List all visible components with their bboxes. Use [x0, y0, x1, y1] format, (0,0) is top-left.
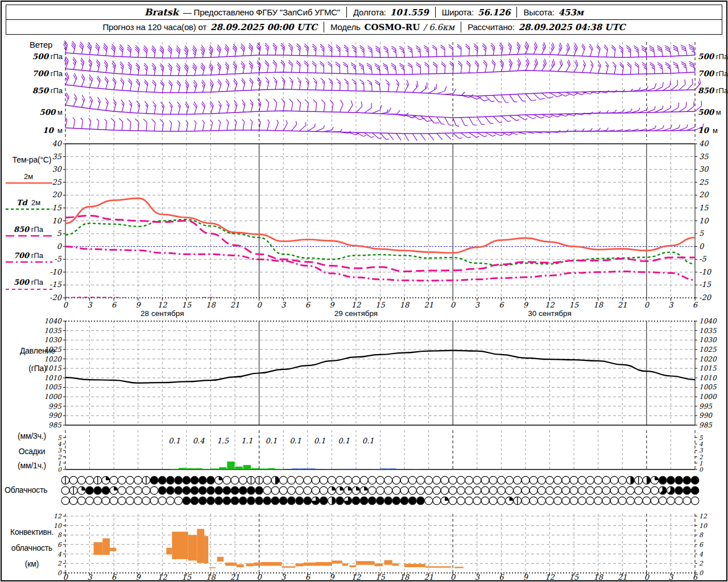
- header-row-station: Bratsk — Предоставлено ФГБУ "ЗапСиб УГМС…: [6, 5, 722, 20]
- svg-text:3: 3: [281, 301, 287, 309]
- svg-text:1.5: 1.5: [217, 436, 229, 445]
- svg-text:9: 9: [136, 573, 142, 581]
- svg-text:0: 0: [63, 301, 69, 309]
- svg-text:1005: 1005: [699, 383, 717, 391]
- svg-text:15: 15: [375, 573, 385, 581]
- svg-text:0: 0: [699, 569, 704, 577]
- wind-level-label-500hpa-right: 500 гПа: [698, 52, 728, 61]
- svg-text:9: 9: [329, 301, 335, 309]
- header-row-model: Прогноз на 120 часа(ов) от 28.09.2025 00…: [6, 20, 722, 34]
- svg-text:3: 3: [668, 573, 674, 581]
- svg-text:0: 0: [57, 242, 63, 251]
- svg-text:15: 15: [182, 301, 192, 309]
- legend-t700: 700 гПа: [3, 251, 53, 260]
- svg-text:21: 21: [230, 573, 240, 581]
- svg-text:30: 30: [52, 165, 62, 173]
- svg-text:6: 6: [111, 573, 117, 581]
- wind-level-label-10m-right: 10 м: [698, 126, 728, 135]
- svg-text:0.1: 0.1: [314, 436, 326, 445]
- svg-text:1015: 1015: [699, 364, 717, 372]
- meteogram-page: -20-20-15-15-10-10-5-5005510101515202025…: [0, 0, 728, 582]
- wind-level-label-850hpa: 850 гПа: [0, 86, 63, 95]
- svg-text:1000: 1000: [44, 393, 62, 401]
- station-name: Bratsk: [144, 7, 179, 18]
- svg-text:1035: 1035: [699, 327, 717, 335]
- legend-t2m: 2м: [3, 172, 53, 181]
- svg-text:0: 0: [699, 242, 705, 251]
- pressure-panel-unit: (гПа): [8, 364, 67, 373]
- svg-text:12: 12: [53, 513, 62, 520]
- wind-level-label-700hpa-right: 700 гПа: [698, 69, 728, 78]
- svg-text:1040: 1040: [44, 317, 62, 325]
- svg-text:1030: 1030: [44, 336, 62, 344]
- header-dash: —: [183, 7, 192, 17]
- svg-text:3: 3: [87, 573, 93, 581]
- svg-text:20: 20: [52, 190, 62, 199]
- precip-layer: 0.10.41.51.10.10.10.10.10.1: [168, 436, 420, 469]
- convective-title-2: облачность: [2, 543, 61, 552]
- svg-text:28 сентября: 28 сентября: [140, 309, 184, 318]
- svg-text:1040: 1040: [699, 317, 717, 325]
- header: Bratsk — Предоставлено ФГБУ "ЗапСиб УГМС…: [6, 5, 722, 35]
- axis-labels-layer: -20-20-15-15-10-10-5-5005510101515202025…: [44, 139, 717, 581]
- svg-text:9: 9: [329, 573, 335, 581]
- forecast-label: Прогноз на 120 часа(ов) от: [102, 22, 206, 32]
- svg-text:30 сентября: 30 сентября: [528, 309, 571, 318]
- svg-text:18: 18: [400, 573, 410, 581]
- calc-label: Рассчитано:: [468, 22, 515, 32]
- precip-unit-1h-label: (мм/1ч.): [2, 461, 61, 470]
- wind-level-label-500m: 500 м: [0, 107, 63, 117]
- svg-text:0: 0: [450, 301, 456, 309]
- legend-t500: 500 гПа: [3, 278, 53, 286]
- svg-text:3: 3: [668, 301, 674, 309]
- svg-text:0.1: 0.1: [338, 436, 350, 445]
- svg-text:1010: 1010: [699, 374, 717, 382]
- svg-text:9: 9: [523, 573, 529, 581]
- svg-text:6: 6: [499, 573, 504, 581]
- svg-text:0: 0: [257, 301, 262, 309]
- svg-text:15: 15: [375, 301, 385, 309]
- svg-text:10: 10: [699, 522, 708, 530]
- svg-text:18: 18: [206, 573, 216, 581]
- svg-text:-20: -20: [699, 293, 712, 302]
- svg-text:-10: -10: [49, 268, 63, 276]
- model-label: Модель: [330, 22, 361, 32]
- pressure-panel-title: Давление: [8, 346, 67, 355]
- svg-text:9: 9: [523, 301, 529, 309]
- svg-text:990: 990: [699, 411, 713, 419]
- svg-text:1030: 1030: [699, 336, 717, 344]
- altitude-value: 453м: [559, 7, 584, 18]
- svg-text:0: 0: [644, 301, 650, 309]
- svg-text:35: 35: [699, 152, 709, 161]
- temp-panel-title: Тем-ра(°C): [2, 155, 61, 164]
- svg-text:6: 6: [305, 573, 311, 581]
- svg-text:15: 15: [699, 203, 709, 212]
- wind-level-label-10m: 10 м: [0, 126, 63, 135]
- svg-text:25: 25: [699, 178, 709, 186]
- svg-text:0: 0: [257, 573, 262, 581]
- svg-text:15: 15: [182, 573, 192, 581]
- model-name: COSMO-RU: [365, 22, 420, 32]
- svg-text:29 сентября: 29 сентября: [334, 309, 378, 318]
- wind-panel-title: Ветер: [30, 40, 52, 49]
- wind-level-label-700hpa: 700 гПа: [0, 69, 63, 78]
- svg-text:1.1: 1.1: [241, 436, 253, 445]
- svg-text:-5: -5: [54, 255, 61, 263]
- svg-text:1025: 1025: [699, 346, 717, 354]
- svg-text:18: 18: [593, 573, 603, 581]
- latitude-label: Широта:: [442, 7, 474, 17]
- svg-text:0.1: 0.1: [168, 436, 180, 445]
- svg-text:1: 1: [699, 460, 703, 467]
- svg-text:12: 12: [351, 573, 361, 581]
- svg-text:6: 6: [111, 301, 117, 309]
- svg-text:0: 0: [57, 569, 62, 577]
- svg-text:5: 5: [699, 229, 704, 238]
- svg-text:-15: -15: [699, 280, 712, 289]
- header-separator: [435, 7, 436, 18]
- svg-text:3: 3: [475, 301, 481, 309]
- svg-text:0: 0: [699, 466, 704, 473]
- svg-text:990: 990: [48, 411, 62, 419]
- svg-text:40: 40: [52, 139, 62, 148]
- svg-text:21: 21: [424, 573, 433, 581]
- provider-text: Предоставлено ФГБУ "ЗапСиб УГМС": [194, 7, 340, 17]
